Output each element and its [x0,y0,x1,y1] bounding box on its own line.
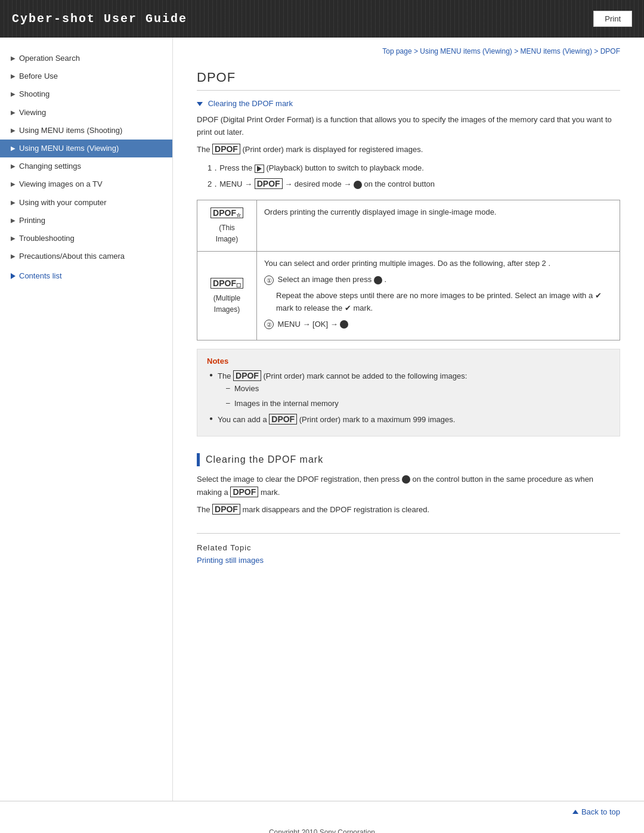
footer-bar: Back to top [0,801,644,822]
dpof-logo-note2: DPOF [269,414,297,425]
circle-button-ok [340,320,348,329]
sidebar-item-label: Operation Search [19,53,80,64]
sidebar-item-label: Before Use [19,71,58,82]
clearing-section-heading: Clearing the DPOF mark [197,453,620,466]
circle-button-icon [354,181,362,189]
sidebar-item-using-menu-viewing[interactable]: ▶ Using MENU items (Viewing) [0,140,172,157]
sidebar-item-changing-settings[interactable]: ▶ Changing settings [0,157,172,175]
table-icon-cell-multiple: DPOF☐ (MultipleImages) [197,252,257,340]
arrow-right-icon [11,273,16,279]
sidebar-item-operation-search[interactable]: ▶ Operation Search [0,49,172,67]
copyright: Copyright 2010 Sony Corporation [0,822,644,833]
triangle-up-icon [572,810,578,814]
dpof-logo-clearing2: DPOF [212,504,240,515]
printing-still-images-link[interactable]: Printing still images [197,556,264,565]
breadcrumb: Top page > Using MENU items (Viewing) > … [197,47,620,58]
header-title: Cyber-shot User Guide [12,12,187,26]
arrow-icon: ▶ [11,216,16,225]
dpof-this-image-icon: DPOF☆ [205,206,249,220]
note-item-2: You can add a DPOF (Print order) mark to… [209,413,610,426]
dpof-multiple-icon: DPOF☐ [205,277,249,290]
arrow-icon: ▶ [11,126,16,135]
clearing-p1: Select the image to clear the DPOF regis… [197,473,620,500]
back-to-top-link[interactable]: Back to top [572,807,620,816]
note-item-1: The DPOF (Print order) mark cannot be ad… [209,369,610,410]
this-image-label: (ThisImage) [205,222,249,245]
step-list: 1．Press the (Playback) button to switch … [205,162,620,191]
note-sub-list: Movies Images in the internal memory [226,383,610,410]
contents-list-link[interactable]: Contents list [0,265,172,280]
related-topic-title: Related Topic [197,543,620,552]
notes-list: The DPOF (Print order) mark cannot be ad… [209,369,610,426]
circle-button-clear [402,475,410,484]
sidebar-item-viewing-tv[interactable]: ▶ Viewing images on a TV [0,175,172,193]
arrow-icon: ▶ [11,54,16,63]
header: Cyber-shot User Guide Print [0,0,644,38]
sidebar-item-troubleshooting[interactable]: ▶ Troubleshooting [0,230,172,247]
multiple-images-label: (MultipleImages) [205,293,249,315]
arrow-icon: ▶ [11,252,16,261]
sidebar-item-before-use[interactable]: ▶ Before Use [0,67,172,85]
table-desc-this: Orders printing the currently displayed … [257,200,620,252]
sidebar-item-label: Troubleshooting [19,233,75,244]
step-2: 2．MENU → DPOF → desired mode → on the co… [205,177,620,191]
arrow-icon: ▶ [11,144,16,153]
sidebar-item-label: Precautions/About this camera [19,251,125,262]
arrow-icon: ▶ [11,180,16,188]
sidebar-item-label: Viewing images on a TV [19,179,103,190]
arrow-icon: ▶ [11,234,16,243]
table-row: DPOF☆ (ThisImage) Orders printing the cu… [197,200,620,252]
table-icon-cell-this: DPOF☆ (ThisImage) [197,200,257,252]
sidebar-item-label: Using MENU items (Viewing) [19,143,119,154]
dpof-logo-clearing: DPOF [230,487,258,497]
circle-num-2: ② [264,320,274,329]
arrow-icon: ▶ [11,72,16,80]
sidebar-item-label: Printing [19,215,45,226]
intro-p1: DPOF (Digital Print Order Format) is a f… [197,114,620,139]
page-title: DPOF [197,70,620,91]
sidebar-item-label: Viewing [19,107,46,118]
step-1: 1．Press the (Playback) button to switch … [205,162,620,175]
blue-bar-icon [197,453,200,466]
clearing-section: Clearing the DPOF mark Select the image … [197,453,620,516]
sidebar-item-using-menu-shooting[interactable]: ▶ Using MENU items (Shooting) [0,122,172,140]
sidebar: ▶ Operation Search ▶ Before Use ▶ Shooti… [0,38,173,801]
clearing-dpof-link[interactable]: Clearing the DPOF mark [197,99,620,108]
back-to-top-label: Back to top [581,807,620,816]
circle-button-small [374,276,382,284]
playback-icon [255,165,264,173]
breadcrumb-top-page[interactable]: Top page [382,47,411,55]
sidebar-item-printing[interactable]: ▶ Printing [0,212,172,230]
table-row: DPOF☐ (MultipleImages) You can select an… [197,252,620,340]
print-button[interactable]: Print [593,11,632,27]
breadcrumb-current[interactable]: DPOF [600,47,620,55]
sidebar-item-precautions[interactable]: ▶ Precautions/About this camera [0,247,172,265]
sidebar-item-shooting[interactable]: ▶ Shooting [0,85,172,103]
clearing-heading-text: Clearing the DPOF mark [206,454,323,465]
breadcrumb-using-menu-viewing[interactable]: Using MENU items (Viewing) [420,47,512,55]
section-content: Clearing the DPOF mark DPOF (Digital Pri… [197,99,620,565]
sidebar-item-using-computer[interactable]: ▶ Using with your computer [0,194,172,212]
circle-num-1: ① [264,275,274,285]
sidebar-item-label: Using with your computer [19,197,107,208]
breadcrumb-menu-items-viewing[interactable]: MENU items (Viewing) [521,47,592,55]
main-layout: ▶ Operation Search ▶ Before Use ▶ Shooti… [0,38,644,801]
content-area: Top page > Using MENU items (Viewing) > … [173,38,644,801]
notes-title: Notes [207,357,610,366]
notes-box: Notes The DPOF (Print order) mark cannot… [197,349,620,436]
dpof-table: DPOF☆ (ThisImage) Orders printing the cu… [197,200,620,340]
sidebar-item-viewing[interactable]: ▶ Viewing [0,104,172,122]
clearing-p2: The DPOF mark disappears and the DPOF re… [197,503,620,516]
related-topic: Related Topic Printing still images [197,533,620,565]
contents-link-label: Contents list [19,271,62,280]
arrow-icon: ▶ [11,90,16,98]
sidebar-item-label: Using MENU items (Shooting) [19,125,122,136]
dpof-logo: DPOF [212,144,240,154]
sidebar-item-label: Changing settings [19,161,81,172]
note-sub-movies: Movies [226,383,610,395]
note-sub-internal: Images in the internal memory [226,398,610,410]
intro-p2: The DPOF (Print order) mark is displayed… [197,143,620,156]
dpof-logo-note: DPOF [233,370,261,381]
clearing-link-label: Clearing the DPOF mark [208,99,293,108]
triangle-down-icon [197,102,203,106]
